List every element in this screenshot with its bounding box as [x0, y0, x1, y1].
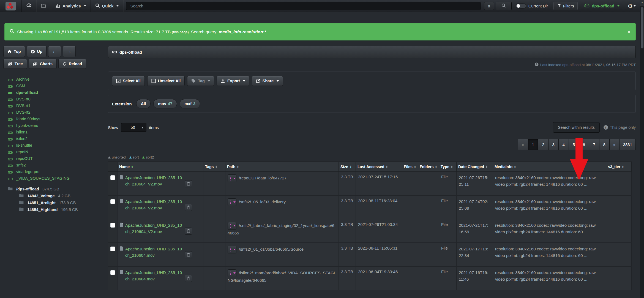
- pagination-page-3[interactable]: 3: [548, 139, 559, 150]
- dashboard-nav-button[interactable]: [22, 0, 36, 12]
- path-text[interactable]: /snfs2/_fabric/_fabric_staging/02_1year/…: [228, 223, 334, 235]
- folder-item-highland[interactable]: 14854_Highland 196.5 GB: [4, 206, 108, 213]
- volume-item-dvs-rt0[interactable]: DVS-rt0: [4, 96, 108, 102]
- app-logo[interactable]: ◆ ◆ ◆: [0, 0, 22, 12]
- banner-close-icon[interactable]: ×: [627, 29, 631, 35]
- pagination-page-5[interactable]: 5: [569, 139, 579, 150]
- header-type[interactable]: Type▲▼: [439, 162, 457, 172]
- show-count-select[interactable]: 50 ▾: [121, 123, 146, 132]
- header-media-info[interactable]: MediaInfo▲▼: [493, 162, 606, 172]
- copy-path-button[interactable]: [185, 251, 192, 258]
- path-text[interactable]: /snfs2/_05_io/03_delivery: [239, 199, 286, 204]
- copy-path-button[interactable]: [185, 204, 192, 211]
- file-name-link[interactable]: ApacheJunction_UHD_235_10ch_210604.mov: [125, 247, 182, 258]
- path-text[interactable]: /snfs2/_01_ds/Jobs/646665/Source: [239, 247, 304, 251]
- volume-item-ls-shuttle[interactable]: ls-shuttle: [4, 142, 108, 149]
- path-text[interactable]: /isilon2/_mam/prod/inbox/_VIDA_SOURCES_S…: [228, 270, 335, 282]
- header-date-changed[interactable]: Date Changed▲▼: [457, 162, 493, 172]
- path-actions-button[interactable]: ⋮: [228, 222, 236, 230]
- volume-item-isilon1[interactable]: isilon1: [4, 129, 108, 135]
- file-browser-nav-button[interactable]: [36, 0, 51, 12]
- file-name-link[interactable]: ApacheJunction_UHD_235_10ch_210604.mov: [125, 270, 182, 281]
- current-dir-toggle[interactable]: [516, 3, 526, 9]
- reload-button[interactable]: Reload: [58, 59, 86, 69]
- extension-pill-all[interactable]: All: [136, 99, 151, 108]
- search-input[interactable]: [126, 2, 481, 10]
- search-submit-button[interactable]: [496, 2, 512, 10]
- pagination-page-8[interactable]: 8: [599, 139, 610, 150]
- header-name[interactable]: Name▲▼: [118, 162, 203, 172]
- folder-item-voltage[interactable]: 14842_Voltage 4.2 GB: [4, 192, 108, 199]
- pagination-page-6[interactable]: 6: [579, 139, 589, 150]
- analytics-menu[interactable]: Analytics: [51, 0, 91, 12]
- volume-item-dvs-rt1[interactable]: DVS-rt1: [4, 102, 108, 109]
- header-path[interactable]: Path▲▼: [225, 162, 339, 172]
- file-name-link[interactable]: ApacheJunction_UHD_235_10ch_210604_V2.mo…: [125, 175, 182, 186]
- row-checkbox[interactable]: [110, 270, 115, 275]
- export-dropdown-button[interactable]: Export: [217, 76, 249, 86]
- header-tags[interactable]: Tags▲▼: [203, 162, 225, 172]
- volume-item-fabric-90days[interactable]: fabric-90days: [4, 116, 108, 122]
- charts-toggle-button[interactable]: Charts: [29, 59, 57, 69]
- path-text[interactable]: /repoOUT/data_io/647727: [239, 176, 286, 180]
- select-all-button[interactable]: Select All: [112, 76, 145, 86]
- extension-pill-mov[interactable]: mov47: [153, 99, 177, 108]
- pagination-next[interactable]: »: [609, 139, 620, 150]
- share-dropdown-button[interactable]: Share: [252, 76, 283, 86]
- path-actions-button[interactable]: ⋮: [228, 198, 236, 206]
- row-checkbox[interactable]: [110, 175, 115, 180]
- extension-pill-mxf[interactable]: mxf3: [180, 99, 200, 108]
- copy-path-button[interactable]: [185, 228, 192, 235]
- folder-item-root[interactable]: /dps-offload 374.5 GB: [4, 185, 108, 192]
- scrollbar-thumb[interactable]: [641, 7, 643, 48]
- volume-item-vida-lego-prd[interactable]: vida-lego-prd: [4, 168, 108, 175]
- sort2-link[interactable]: sort2: [142, 155, 154, 159]
- pagination-page-7[interactable]: 7: [589, 139, 599, 150]
- pagination-page-1[interactable]: 1: [528, 139, 538, 150]
- volume-item-repoout[interactable]: repoOUT: [4, 155, 108, 162]
- file-name-link[interactable]: ApacheJunction_UHD_235_10ch_210604_V2.mo…: [125, 223, 182, 234]
- path-actions-button[interactable]: ⋮: [228, 174, 236, 182]
- filters-button[interactable]: Filters: [553, 2, 578, 10]
- clear-search-button[interactable]: x: [484, 2, 494, 10]
- volume-item-vida-sources-staging[interactable]: _VIDA_SOURCES_STAGING: [4, 175, 108, 182]
- tree-toggle-button[interactable]: Tree: [3, 59, 27, 69]
- settings-menu[interactable]: ⚙: [624, 0, 640, 12]
- volume-item-dps-offload[interactable]: dps-offload: [4, 89, 108, 96]
- pagination-last-page[interactable]: 3831: [620, 139, 636, 150]
- copy-path-button[interactable]: [185, 180, 192, 187]
- up-button[interactable]: Up: [27, 46, 47, 57]
- pagination-page-2[interactable]: 2: [538, 139, 549, 150]
- quick-search-menu[interactable]: Quick: [91, 0, 124, 12]
- header-size[interactable]: Size▲▼: [339, 162, 356, 172]
- index-selector-dropdown[interactable]: dps-offload: [580, 0, 624, 12]
- volume-item-hybrik-demo[interactable]: hybrik-demo: [4, 122, 108, 129]
- back-button[interactable]: ←: [48, 46, 61, 57]
- header-folders[interactable]: Folders▲▼: [418, 162, 439, 172]
- unselect-all-button[interactable]: Unselect All: [147, 76, 185, 86]
- sort-link[interactable]: sort: [129, 155, 139, 159]
- pagination-page-4[interactable]: 4: [558, 139, 569, 150]
- top-button[interactable]: Top: [3, 46, 25, 57]
- path-actions-button[interactable]: ⋮: [228, 269, 236, 277]
- row-checkbox[interactable]: [110, 247, 115, 251]
- volume-item-csm[interactable]: CSM: [4, 83, 108, 89]
- forward-button[interactable]: →: [63, 46, 76, 57]
- header-s3-tier[interactable]: s3_tier▲▼: [606, 162, 632, 172]
- volume-item-snfs2[interactable]: snfs2: [4, 162, 108, 168]
- header-last-accessed[interactable]: Last Accessed▲▼: [356, 162, 402, 172]
- file-name-link[interactable]: ApacheJunction_UHD_235_10ch_210604_V2.mo…: [125, 199, 182, 210]
- volume-item-dvs-rt2[interactable]: DVS-rt2: [4, 109, 108, 116]
- path-actions-button[interactable]: ⋮: [228, 246, 236, 253]
- copy-path-button[interactable]: [185, 275, 192, 282]
- vertical-scrollbar[interactable]: ^: [640, 0, 644, 298]
- pagination-prev[interactable]: «: [518, 139, 528, 150]
- volume-item-repoin[interactable]: repoIN: [4, 149, 108, 155]
- volume-item-archive[interactable]: Archive: [4, 76, 108, 83]
- tag-dropdown-button[interactable]: Tag: [187, 76, 214, 86]
- volume-item-isilon2[interactable]: isilon2: [4, 135, 108, 142]
- row-checkbox[interactable]: [110, 199, 115, 204]
- row-checkbox[interactable]: [110, 223, 115, 228]
- unsorted-link[interactable]: unsorted: [108, 155, 126, 159]
- search-within-results-button[interactable]: Search within results: [553, 122, 600, 133]
